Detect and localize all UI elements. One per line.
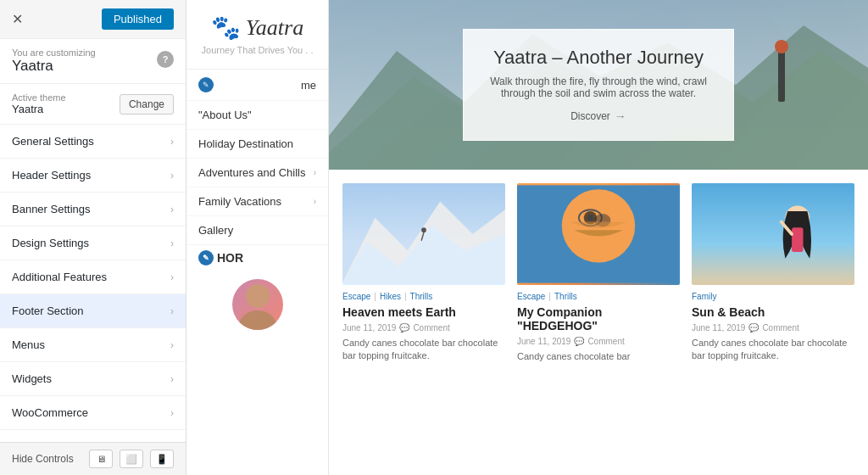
close-button[interactable]: ✕ — [12, 13, 23, 26]
nav-item-gallery[interactable]: Gallery — [186, 216, 328, 245]
theme-section: Active theme Yaatra Change — [0, 84, 186, 125]
hero-overlay: Yaatra – Another Journey Walk through th… — [463, 29, 734, 141]
nav-item-additional-css[interactable]: Additional CSS› — [0, 430, 186, 442]
nav-label-about: "About Us" — [198, 109, 252, 121]
site-tagline: Journey That Drives You . . — [202, 45, 314, 55]
nav-item-label: Footer Section — [12, 305, 84, 317]
theme-label: Active theme — [12, 92, 66, 103]
customizing-info: You are customizing Yaatra ? — [0, 39, 186, 84]
blog-grid: Escape | Hikes | Thrills Heaven meets Ea… — [342, 183, 854, 363]
customizing-label: You are customizing — [12, 48, 96, 58]
svg-point-0 — [246, 284, 270, 308]
chevron-right-icon: › — [170, 271, 174, 283]
svg-point-15 — [587, 215, 594, 221]
card-3-date: June 11, 2019 — [692, 323, 745, 332]
tag-thrills-1[interactable]: Thrills — [410, 292, 433, 301]
chevron-right-icon: › — [170, 170, 174, 182]
card-3-meta: June 11, 2019 💬 Comment — [692, 323, 854, 332]
hide-controls-button[interactable]: Hide Controls — [12, 453, 74, 465]
nav-item-label: Header Settings — [12, 169, 91, 182]
nav-item-general-settings[interactable]: General Settings› — [0, 125, 186, 159]
tag-hikes[interactable]: Hikes — [380, 292, 401, 301]
tablet-icon[interactable]: ⬜ — [120, 450, 143, 468]
author-avatar — [232, 279, 283, 330]
chevron-right-icon: › — [170, 136, 174, 148]
published-button[interactable]: Published — [102, 8, 174, 30]
card-1-title[interactable]: Heaven meets Earth — [342, 305, 505, 319]
card-1-excerpt: Candy canes chocolate bar chocolate bar … — [342, 337, 505, 363]
svg-rect-5 — [778, 51, 785, 102]
hide-controls-label: Hide Controls — [12, 453, 74, 465]
card-3-excerpt: Candy canes chocolate bar chocolate bar … — [692, 337, 854, 363]
site-preview-panel: Yaatra – Another Journey Walk through th… — [329, 0, 868, 475]
card-1-comment[interactable]: Comment — [413, 323, 449, 332]
hero-section: Yaatra – Another Journey Walk through th… — [329, 0, 868, 170]
device-icons: 🖥 ⬜ 📱 — [89, 450, 174, 468]
discover-label: Discover — [570, 110, 610, 122]
site-logo-text: Yaatra — [246, 15, 303, 41]
hor-edit-icon[interactable]: ✎ — [198, 250, 214, 265]
mobile-icon[interactable]: 📱 — [150, 450, 174, 468]
card-1-tags: Escape | Hikes | Thrills — [342, 292, 505, 301]
discover-button[interactable]: Discover → — [489, 109, 708, 123]
nav-item-footer-section[interactable]: Footer Section› — [0, 294, 186, 328]
svg-point-1 — [239, 310, 276, 330]
card-3-title[interactable]: Sun & Beach — [692, 305, 854, 319]
nav-item-holiday[interactable]: Holiday Destination — [186, 130, 328, 159]
nav-item-additional-features[interactable]: Additional Features› — [0, 260, 186, 294]
card-2-comment[interactable]: Comment — [587, 337, 624, 346]
svg-rect-20 — [792, 227, 803, 252]
nav-item-about[interactable]: "About Us" — [186, 101, 328, 130]
bottom-bar: Hide Controls 🖥 ⬜ 📱 — [0, 442, 186, 475]
tag-escape-1[interactable]: Escape — [342, 292, 370, 301]
card-2-excerpt: Candy canes chocolate bar — [517, 350, 680, 363]
nav-item-widgets[interactable]: Widgets› — [0, 362, 186, 396]
card-image-mountains — [342, 183, 505, 285]
site-nav-panel: 🐾 Yaatra Journey That Drives You . . ✎ m… — [186, 0, 329, 475]
nav-item-menus[interactable]: Menus› — [0, 328, 186, 362]
tag-thrills-2[interactable]: Thrills — [554, 292, 577, 301]
blog-card-2: Escape | Thrills My Companion "HEDGEHOG"… — [517, 183, 680, 363]
nav-item-adventures[interactable]: Adventures and Chills › — [186, 159, 328, 187]
nav-item-header-settings[interactable]: Header Settings› — [0, 159, 186, 193]
site-title: Yaatra — [12, 58, 96, 75]
change-theme-button[interactable]: Change — [120, 94, 174, 115]
blog-section: Escape | Hikes | Thrills Heaven meets Ea… — [329, 170, 868, 377]
chevron-right-icon: › — [170, 339, 174, 351]
chevron-right-icon: › — [170, 238, 174, 249]
tag-family[interactable]: Family — [692, 292, 716, 301]
svg-point-6 — [775, 40, 788, 53]
site-logo-area: 🐾 Yaatra Journey That Drives You . . — [186, 0, 328, 70]
nav-label-adventures: Adventures and Chills — [198, 166, 305, 179]
nav-item-woocommerce[interactable]: WooCommerce› — [0, 396, 186, 430]
edit-pencil-icon[interactable]: ✎ — [198, 77, 214, 92]
author-section — [186, 271, 328, 338]
nav-item-family[interactable]: Family Vacations › — [186, 187, 328, 216]
nav-label-gallery: Gallery — [198, 224, 233, 237]
card-2-date: June 11, 2019 — [517, 337, 570, 346]
desktop-icon[interactable]: 🖥 — [89, 450, 113, 468]
nav-item-label: Additional Features — [12, 271, 107, 283]
card-3-comment[interactable]: Comment — [762, 323, 798, 332]
hero-subtitle: Walk through the fire, fly through the w… — [489, 75, 708, 99]
hero-title: Yaatra – Another Journey — [489, 47, 708, 69]
card-2-tags: Escape | Thrills — [517, 292, 680, 301]
card-2-meta: June 11, 2019 💬 Comment — [517, 337, 680, 346]
card-image-ocean — [517, 183, 680, 285]
chevron-right-icon-2: › — [314, 197, 316, 206]
nav-item-label: WooCommerce — [12, 406, 88, 419]
tag-escape-2[interactable]: Escape — [517, 292, 545, 301]
help-icon[interactable]: ? — [157, 51, 174, 68]
nav-item-design-settings[interactable]: Design Settings› — [0, 226, 186, 260]
hor-label: HOR — [217, 251, 243, 265]
nav-item-banner-settings[interactable]: Banner Settings› — [0, 193, 186, 226]
chevron-right-icon: › — [170, 407, 174, 419]
customizer-panel: ✕ Published You are customizing Yaatra ?… — [0, 0, 186, 475]
svg-point-10 — [421, 227, 426, 232]
blog-card-3: Family Sun & Beach June 11, 2019 💬 Comme… — [692, 183, 854, 363]
card-2-title[interactable]: My Companion "HEDGEHOG" — [517, 305, 680, 332]
chevron-right-icon: › — [170, 373, 174, 385]
nav-item-label: Banner Settings — [12, 203, 91, 215]
nav-item-home[interactable]: ✎ me — [186, 70, 328, 101]
settings-nav: General Settings›Header Settings›Banner … — [0, 125, 186, 442]
